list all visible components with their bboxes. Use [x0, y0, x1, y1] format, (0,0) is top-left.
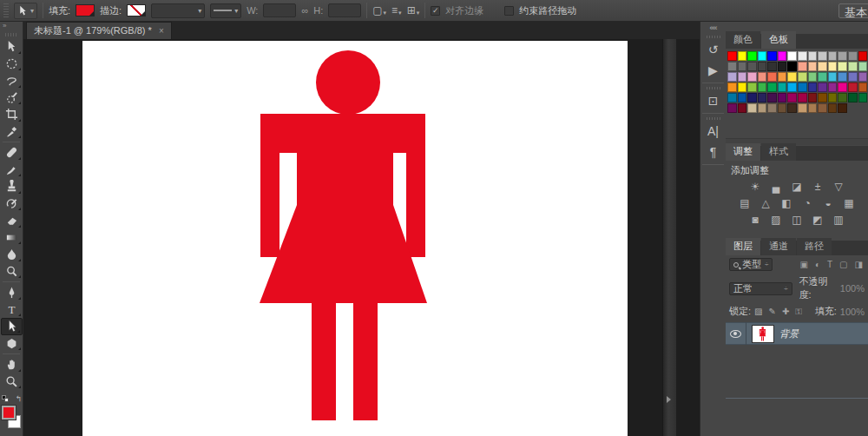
current-tool-preview[interactable]: ▾ [14, 3, 37, 19]
color-swatch[interactable] [828, 72, 838, 82]
vibrance-icon[interactable]: ▽ [832, 181, 846, 194]
color-swatch[interactable] [818, 103, 827, 113]
color-swatch[interactable] [798, 103, 807, 113]
brush-tool[interactable] [1, 162, 23, 179]
color-swatch[interactable] [787, 72, 797, 82]
align-edges-checkbox[interactable]: ✓ [431, 6, 440, 16]
panel-group-grip[interactable] [707, 36, 720, 38]
color-swatch[interactable] [727, 103, 737, 113]
adjustments-tab-样式[interactable]: 样式 [761, 143, 796, 161]
layers-tab-图层[interactable]: 图层 [726, 238, 760, 255]
color-swatch[interactable] [848, 93, 858, 102]
eraser-tool[interactable] [1, 212, 23, 229]
color-swatch[interactable] [818, 51, 827, 61]
color-swatch[interactable] [858, 83, 868, 92]
color-swatch[interactable] [848, 83, 858, 92]
color-swatch[interactable] [818, 83, 827, 92]
lock-paint-icon[interactable]: ✎ [769, 307, 776, 317]
color-swatch[interactable] [808, 103, 818, 113]
filter-type-layers-icon[interactable]: T [827, 260, 832, 269]
color-swatch[interactable] [738, 62, 747, 71]
color-swatch[interactable] [767, 62, 777, 71]
color-swatch[interactable] [727, 51, 737, 61]
shape-tool[interactable] [1, 335, 23, 353]
document-canvas[interactable] [82, 41, 628, 436]
color-swatch[interactable] [828, 51, 838, 61]
constrain-drag-checkbox[interactable] [504, 6, 514, 16]
move-tool[interactable] [1, 38, 23, 56]
options-grip[interactable] [3, 3, 9, 17]
color-swatch[interactable] [758, 83, 767, 92]
stroke-color-chip[interactable] [127, 4, 146, 17]
foreground-color-swatch[interactable] [2, 406, 16, 419]
color-swatch[interactable] [798, 72, 807, 82]
photo-filter-icon[interactable]: ◔ [800, 197, 815, 210]
color-swatch[interactable] [767, 93, 777, 102]
type-tool[interactable]: T [1, 301, 23, 319]
clone-stamp-tool[interactable] [1, 178, 23, 195]
color-swatch[interactable] [838, 62, 847, 71]
crop-tool[interactable] [1, 106, 23, 123]
color-swatch[interactable] [808, 51, 818, 61]
color-balance-icon[interactable]: △ [759, 197, 773, 210]
color-swatch[interactable] [778, 93, 787, 102]
threshold-icon[interactable]: ◫ [790, 214, 805, 227]
swatches-tab-颜色[interactable]: 颜色 [726, 31, 760, 49]
path-align-icon[interactable]: ≡▾ [391, 4, 402, 17]
color-swatch[interactable] [738, 93, 747, 102]
color-swatch[interactable] [758, 103, 767, 113]
color-swatch[interactable] [828, 62, 838, 71]
color-swatch[interactable] [808, 93, 818, 102]
lasso-tool[interactable] [1, 72, 23, 89]
exposure-icon[interactable]: ± [811, 181, 825, 194]
shape-height-input[interactable] [328, 3, 361, 17]
pen-tool[interactable] [1, 284, 23, 301]
color-swatch[interactable] [747, 72, 757, 82]
color-swatch[interactable] [838, 103, 847, 113]
hue-saturation-icon[interactable]: ▤ [738, 197, 753, 210]
color-swatch[interactable] [747, 103, 757, 113]
color-swatch[interactable] [818, 62, 827, 71]
color-swatch[interactable] [767, 72, 777, 82]
color-swatch[interactable] [738, 83, 747, 92]
color-swatch[interactable] [848, 51, 858, 61]
layers-tab-路径[interactable]: 路径 [797, 238, 832, 255]
color-swatch[interactable] [747, 83, 757, 92]
color-swatch[interactable] [838, 51, 847, 61]
color-swatch[interactable] [787, 103, 797, 113]
color-swatch[interactable] [778, 51, 787, 61]
color-swatch[interactable] [798, 51, 807, 61]
color-swatch[interactable] [727, 83, 737, 92]
stroke-type-dropdown[interactable]: ▾ [210, 3, 241, 18]
eyedropper-tool[interactable] [1, 123, 23, 141]
document-tab[interactable]: 未标题-1 @ 179%(RGB/8) * × [26, 22, 172, 39]
color-swatch[interactable] [808, 72, 818, 82]
brightness-contrast-icon[interactable]: ☀ [748, 181, 763, 194]
color-swatch[interactable] [858, 62, 868, 71]
color-swatch[interactable] [758, 72, 767, 82]
swatches-tab-色板[interactable]: 色板 [761, 31, 796, 49]
filter-pixel-layers-icon[interactable]: ▣ [799, 260, 807, 269]
color-swatch[interactable] [778, 83, 787, 92]
dodge-tool[interactable] [1, 263, 23, 281]
tools-grip[interactable] [5, 33, 18, 36]
color-swatch[interactable] [778, 72, 787, 82]
color-swatch[interactable] [818, 93, 827, 102]
color-swatch[interactable] [767, 103, 777, 113]
color-swatch[interactable] [828, 93, 838, 102]
color-swatch[interactable] [747, 93, 757, 102]
quick-selection-tool[interactable] [1, 89, 23, 107]
color-swatch[interactable] [778, 103, 787, 113]
character-panel-icon[interactable]: A| [702, 122, 725, 141]
layers-tab-通道[interactable]: 通道 [761, 238, 796, 255]
color-swatch[interactable] [787, 51, 797, 61]
zoom-tool[interactable] [1, 373, 23, 391]
link-dimensions-icon[interactable]: ∞ [301, 5, 308, 16]
color-swatch[interactable] [767, 83, 777, 92]
black-white-icon[interactable]: ◧ [779, 197, 794, 210]
lock-all-icon[interactable]: ⚿ [795, 307, 802, 317]
color-swatch[interactable] [787, 62, 797, 71]
color-swatch[interactable] [758, 62, 767, 71]
color-lookup-icon[interactable]: ▦ [842, 197, 857, 210]
gradient-tool[interactable] [1, 229, 23, 247]
